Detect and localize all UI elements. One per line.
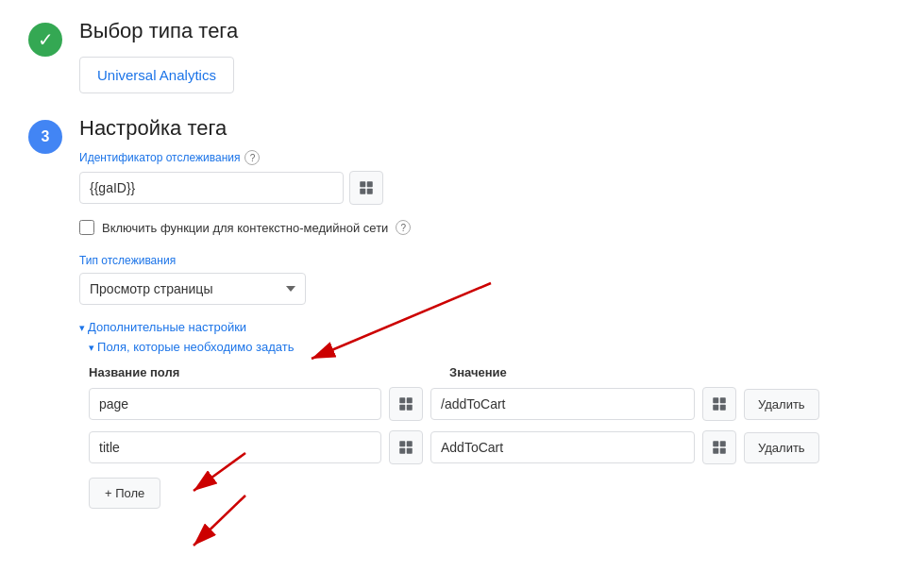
svg-rect-12 xyxy=(399,441,405,446)
tracking-id-label: Идентификатор отслеживания ? xyxy=(79,150,882,165)
svg-rect-11 xyxy=(720,405,726,411)
additional-settings-section: Дополнительные настройки Поля, которые н… xyxy=(79,320,882,509)
step3-content: Настройка тега Идентификатор отслеживани… xyxy=(79,116,882,509)
tag-icon xyxy=(358,179,375,196)
step1-content: Выбор типа тега Universal Analytics xyxy=(79,19,882,93)
svg-rect-19 xyxy=(720,448,726,454)
svg-rect-18 xyxy=(713,448,718,454)
display-advertising-checkbox[interactable] xyxy=(79,220,94,235)
svg-rect-0 xyxy=(360,181,365,187)
field-value-picker-btn-1[interactable] xyxy=(702,430,736,464)
tag-icon xyxy=(711,395,728,412)
tag-icon xyxy=(397,439,414,456)
step1-title: Выбор типа тега xyxy=(79,19,882,43)
svg-rect-13 xyxy=(407,441,413,446)
tag-type-badge[interactable]: Universal Analytics xyxy=(79,57,234,93)
svg-rect-6 xyxy=(399,405,405,411)
svg-rect-16 xyxy=(713,441,718,446)
tracking-id-row xyxy=(79,171,882,205)
svg-rect-7 xyxy=(407,405,413,411)
add-field-button[interactable]: + Поле xyxy=(89,478,160,509)
fields-name-header: Название поля xyxy=(89,365,400,379)
delete-field-btn-1[interactable]: Удалить xyxy=(744,432,819,463)
svg-rect-3 xyxy=(367,189,373,194)
field-name-picker-btn-0[interactable] xyxy=(389,387,423,421)
svg-rect-17 xyxy=(720,441,726,446)
tracking-id-input[interactable] xyxy=(79,172,344,204)
tracking-id-picker-btn[interactable] xyxy=(349,171,383,205)
step1-check: ✓ xyxy=(28,23,62,57)
delete-field-btn-0[interactable]: Удалить xyxy=(744,389,819,420)
display-advertising-row: Включить функции для контекстно-медийной… xyxy=(79,220,882,235)
additional-settings-header[interactable]: Дополнительные настройки xyxy=(79,320,882,334)
step3-number: 3 xyxy=(28,120,62,154)
table-row: Удалить xyxy=(79,430,882,464)
field-name-input-1[interactable] xyxy=(89,431,381,463)
fields-section-header[interactable]: Поля, которые необходимо задать xyxy=(79,340,882,354)
svg-rect-5 xyxy=(407,397,413,403)
svg-rect-14 xyxy=(399,448,405,454)
svg-rect-9 xyxy=(720,397,726,403)
fields-header-row: Название поля Значение xyxy=(79,365,882,379)
step3-number-label: 3 xyxy=(42,128,50,145)
tag-icon xyxy=(711,439,728,456)
svg-rect-8 xyxy=(713,397,718,403)
table-row: Удалить xyxy=(79,387,882,421)
field-value-picker-btn-0[interactable] xyxy=(702,387,736,421)
svg-rect-10 xyxy=(713,405,718,411)
svg-rect-2 xyxy=(360,189,365,194)
field-name-input-0[interactable] xyxy=(89,388,381,420)
step3-title: Настройка тега xyxy=(79,116,882,141)
tag-icon xyxy=(397,395,414,412)
display-advertising-label: Включить функции для контекстно-медийной… xyxy=(102,221,388,235)
field-value-input-0[interactable] xyxy=(430,388,695,420)
svg-rect-4 xyxy=(399,397,405,403)
fields-value-header: Значение xyxy=(449,365,733,379)
field-name-picker-btn-1[interactable] xyxy=(389,430,423,464)
tracking-type-select[interactable]: Просмотр страницы Событие Транзакция Про… xyxy=(79,273,306,305)
tracking-type-row: Просмотр страницы Событие Транзакция Про… xyxy=(79,273,882,305)
field-value-input-1[interactable] xyxy=(430,431,695,463)
display-advertising-help-icon[interactable]: ? xyxy=(396,220,411,235)
fields-table: Название поля Значение xyxy=(79,365,882,509)
tracking-type-label: Тип отслеживания xyxy=(79,254,882,267)
svg-rect-1 xyxy=(367,181,373,187)
svg-rect-15 xyxy=(407,448,413,454)
checkmark-icon: ✓ xyxy=(38,28,54,51)
tracking-id-help-icon[interactable]: ? xyxy=(244,150,260,165)
